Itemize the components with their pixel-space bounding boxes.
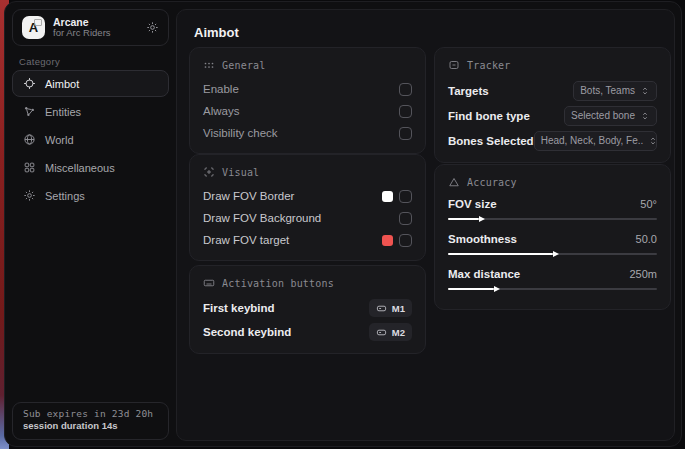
tracker-card: Tracker Targets Bots, Teams Find bone ty… — [434, 47, 671, 163]
crosshair-icon — [23, 77, 36, 90]
general-card: General Enable Always Visibility check — [189, 47, 426, 154]
setting-row-enable: Enable — [203, 78, 412, 100]
sidebar: A Arcane for Arc Riders Category — [5, 2, 176, 446]
setting-row-first-keybind: First keybind M1 — [203, 296, 412, 320]
enable-checkbox[interactable] — [399, 83, 412, 96]
card-header-label: Accuracy — [467, 177, 517, 188]
setting-label: Draw FOV Background — [203, 212, 321, 224]
color-swatch[interactable] — [382, 191, 393, 202]
keyboard-icon — [203, 277, 215, 289]
brand-text: Arcane for Arc Riders — [53, 16, 138, 39]
dropdown-value: Bots, Teams — [580, 85, 635, 96]
sidebar-item-world[interactable]: World — [12, 126, 169, 153]
visibility-check-checkbox[interactable] — [399, 127, 412, 140]
grid-icon — [23, 161, 36, 174]
fov-background-checkbox[interactable] — [399, 212, 412, 225]
unfold-icon — [640, 111, 650, 121]
setting-row-bones-selected: Bones Selected Head, Neck, Body, Fe.. — [448, 128, 657, 153]
setting-row-always: Always — [203, 100, 412, 122]
sidebar-item-label: Entities — [45, 106, 81, 118]
targets-dropdown[interactable]: Bots, Teams — [573, 81, 657, 101]
setting-label: Bones Selected — [448, 135, 534, 147]
second-keybind-button[interactable]: M2 — [369, 323, 412, 341]
subscription-card: Sub expires in 23d 20h session duration … — [12, 402, 169, 440]
keybind-value: M2 — [392, 327, 405, 338]
setting-label: First keybind — [203, 302, 275, 314]
app-logo: A — [22, 16, 45, 39]
find-bone-type-dropdown[interactable]: Selected bone — [564, 106, 657, 126]
fov-border-checkbox[interactable] — [399, 190, 412, 203]
sidebar-item-settings[interactable]: Settings — [12, 182, 169, 209]
slider-value: 50.0 — [636, 233, 657, 245]
card-header-label: Visual — [222, 167, 259, 178]
keybind-value: M1 — [392, 303, 405, 314]
setting-row-fov-background: Draw FOV Background — [203, 207, 412, 229]
sidebar-nav: Aimbot Entities — [12, 70, 169, 210]
sidebar-item-miscellaneous[interactable]: Miscellaneous — [12, 154, 169, 181]
setting-row-find-bone-type: Find bone type Selected bone — [448, 103, 657, 128]
sub-expires-text: Sub expires in 23d 20h — [23, 408, 158, 419]
sidebar-item-entities[interactable]: Entities — [12, 98, 169, 125]
unfold-icon — [640, 86, 650, 96]
triangle-icon — [448, 176, 460, 188]
tracker-card-header: Tracker — [448, 59, 657, 71]
setting-label: Second keybind — [203, 326, 291, 338]
setting-label: Enable — [203, 83, 239, 95]
slider-smoothness: Smoothness 50.0 — [448, 230, 657, 255]
setting-row-targets: Targets Bots, Teams — [448, 78, 657, 103]
setting-label: Draw FOV target — [203, 234, 289, 246]
accuracy-card: Accuracy FOV size 50° Smoothness 50.0 — [434, 164, 671, 310]
gear-icon[interactable] — [146, 21, 159, 34]
main-panel: Aimbot General Enable Always — [176, 9, 675, 441]
smoothness-slider[interactable] — [448, 253, 657, 255]
slider-fov-size: FOV size 50° — [448, 195, 657, 220]
slider-fill[interactable] — [448, 253, 553, 255]
slider-fill[interactable] — [448, 288, 494, 290]
max-distance-slider[interactable] — [448, 288, 657, 290]
activation-card-header: Activation buttons — [203, 277, 412, 289]
unfold-icon — [648, 136, 657, 146]
setting-label: Draw FOV Border — [203, 190, 294, 202]
globe-icon — [23, 133, 36, 146]
slider-value: 50° — [640, 198, 657, 210]
gear-icon — [23, 189, 36, 202]
always-checkbox[interactable] — [399, 105, 412, 118]
entities-icon — [23, 105, 36, 118]
scan-box-icon — [448, 59, 460, 71]
mouse-icon — [376, 303, 387, 314]
visual-card: Visual Draw FOV Border Draw FOV Backgrou… — [189, 154, 426, 261]
setting-row-fov-target: Draw FOV target — [203, 229, 412, 251]
slider-value: 250m — [629, 268, 657, 280]
bones-selected-dropdown[interactable]: Head, Neck, Body, Fe.. — [534, 131, 657, 151]
slider-fill[interactable] — [448, 218, 479, 220]
setting-row-second-keybind: Second keybind M2 — [203, 320, 412, 344]
dropdown-value: Head, Neck, Body, Fe.. — [541, 135, 644, 146]
first-keybind-button[interactable]: M1 — [369, 299, 412, 317]
page-title: Aimbot — [194, 25, 239, 40]
grip-dots-icon — [203, 59, 215, 71]
slider-label: Max distance — [448, 268, 520, 280]
slider-label: FOV size — [448, 198, 497, 210]
sidebar-item-label: Aimbot — [45, 78, 79, 90]
app-window: A Arcane for Arc Riders Category — [4, 1, 682, 447]
sidebar-item-label: Miscellaneous — [45, 162, 115, 174]
setting-row-fov-border: Draw FOV Border — [203, 185, 412, 207]
mouse-icon — [376, 327, 387, 338]
setting-label: Find bone type — [448, 110, 530, 122]
visual-card-header: Visual — [203, 166, 412, 178]
sidebar-item-label: World — [45, 134, 74, 146]
setting-label: Targets — [448, 85, 489, 97]
slider-label: Smoothness — [448, 233, 517, 245]
category-label: Category — [19, 56, 60, 67]
activation-card: Activation buttons First keybind M1 Seco… — [189, 265, 426, 354]
fov-target-checkbox[interactable] — [399, 234, 412, 247]
slider-max-distance: Max distance 250m — [448, 265, 657, 290]
general-card-header: General — [203, 59, 412, 71]
card-header-label: Tracker — [467, 60, 511, 71]
accuracy-card-header: Accuracy — [448, 176, 657, 188]
fov-size-slider[interactable] — [448, 218, 657, 220]
sidebar-item-aimbot[interactable]: Aimbot — [12, 70, 169, 97]
setting-label: Visibility check — [203, 127, 278, 139]
setting-row-visibility-check: Visibility check — [203, 122, 412, 144]
color-swatch[interactable] — [382, 235, 393, 246]
